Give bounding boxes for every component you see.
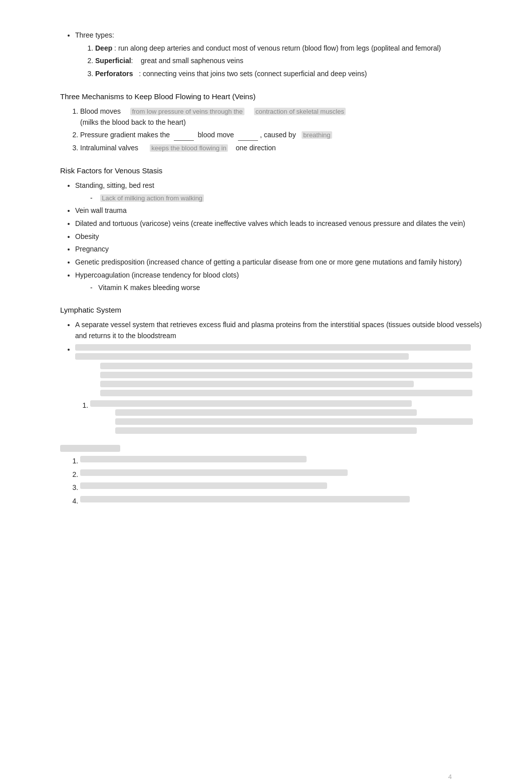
lymphatic-blurred-1 <box>90 400 492 434</box>
type-deep: Deep : run along deep arteries and condu… <box>95 43 492 54</box>
risk-standing-sub: Lack of milking action from walking <box>90 193 492 204</box>
risk-varicose: Dilated and tortuous (varicose) veins (c… <box>75 218 492 229</box>
risk-standing: Standing, sitting, bed rest Lack of milk… <box>75 180 492 203</box>
mechanism-1-highlight2: contraction of skeletal muscles <box>254 108 346 115</box>
risk-hypercoag-sub: Vitamin K makes bleeding worse <box>90 283 492 294</box>
risk-pregnancy: Pregnancy <box>75 244 492 255</box>
mechanism-3: Intraluminal valves keeps the blood flow… <box>80 143 492 154</box>
risk-factors-section: Risk Factors for Venous Stasis Standing,… <box>60 165 492 293</box>
three-types-intro: Three types: Deep : run along deep arter… <box>75 30 492 80</box>
bottom-item-4 <box>80 496 492 507</box>
three-mechanisms-title: Three Mechanisms to Keep Blood Flowing t… <box>60 91 492 102</box>
bottom-blurred-section <box>60 445 492 507</box>
mechanism-3-highlight: keeps the blood flowing in <box>150 144 228 152</box>
risk-obesity: Obesity <box>75 231 492 242</box>
page-number: 4 <box>448 772 452 782</box>
mechanism-1-highlight1: from low pressure of veins through the <box>130 108 244 115</box>
type-perforators: Perforators : connecting veins that join… <box>95 69 492 80</box>
bottom-item-2 <box>80 469 492 480</box>
lymphatic-title: Lymphatic System <box>60 304 492 316</box>
risk-hypercoag: Hypercoagulation (increase tendency for … <box>75 270 492 293</box>
risk-vein-wall: Vein wall trauma <box>75 205 492 216</box>
type-superficial: Superficial: great and small saphenous v… <box>95 56 492 67</box>
mechanism-1: Blood moves from low pressure of veins t… <box>80 106 492 128</box>
risk-factors-title: Risk Factors for Venous Stasis <box>60 165 492 176</box>
three-types-section: Three types: Deep : run along deep arter… <box>60 30 492 80</box>
mechanism-2-highlight: breathing <box>302 131 332 139</box>
bottom-blurred-list <box>60 456 492 507</box>
bottom-blurred-title <box>60 445 120 452</box>
lymphatic-item-2 <box>75 344 492 396</box>
bottom-item-3 <box>80 482 492 493</box>
lymphatic-section: Lymphatic System A separate vessel syste… <box>60 304 492 434</box>
risk-genetic: Genetic predisposition (increased chance… <box>75 257 492 268</box>
bottom-item-1 <box>80 456 492 467</box>
lymphatic-item-1: A separate vessel system that retrieves … <box>75 320 492 341</box>
mechanism-2: Pressure gradient makes the blood move ,… <box>80 130 492 141</box>
three-mechanisms-section: Three Mechanisms to Keep Blood Flowing t… <box>60 91 492 154</box>
